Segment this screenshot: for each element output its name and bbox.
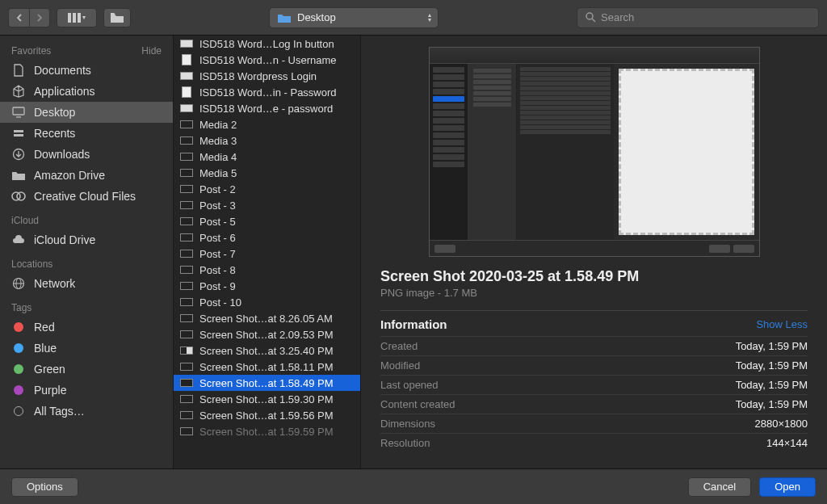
screenshot-icon — [180, 200, 193, 211]
open-button[interactable]: Open — [759, 477, 816, 497]
sidebar-item-network[interactable]: Network — [0, 273, 173, 294]
options-button[interactable]: Options — [11, 477, 78, 497]
file-row[interactable]: Post - 8 — [174, 262, 360, 278]
file-row[interactable]: Screen Shot…at 3.25.40 PM — [174, 342, 360, 359]
file-row[interactable]: Post - 3 — [174, 197, 360, 213]
file-row[interactable]: Media 5 — [174, 165, 360, 181]
file-row[interactable]: Media 3 — [174, 132, 360, 149]
sidebar: Favorites Hide DocumentsApplicationsDesk… — [0, 36, 174, 468]
file-row[interactable]: Screen Shot…at 1.59.59 PM — [174, 423, 360, 439]
sidebar-item-creative-cloud-files[interactable]: Creative Cloud Files — [0, 186, 173, 207]
show-less-button[interactable]: Show Less — [756, 318, 808, 330]
file-name: Media 2 — [199, 119, 237, 131]
file-row[interactable]: Screen Shot…at 1.59.56 PM — [174, 407, 360, 423]
file-name: Screen Shot…at 1.59.59 PM — [199, 426, 333, 438]
file-row[interactable]: ISD518 Wordpress Login — [174, 68, 360, 84]
file-name: Screen Shot…at 3.25.40 PM — [199, 345, 333, 357]
file-row[interactable]: ISD518 Word…in - Password — [174, 84, 360, 100]
path-popup[interactable]: Desktop — [269, 7, 439, 28]
file-name: Screen Shot…at 1.58.11 PM — [199, 361, 333, 373]
file-row[interactable]: ISD518 Word…Log In button — [174, 36, 360, 52]
sidebar-item-downloads[interactable]: Downloads — [0, 144, 173, 165]
icloud-label: iCloud — [11, 215, 39, 226]
preview-pane: Screen Shot 2020-03-25 at 1.58.49 PM PNG… — [361, 36, 827, 468]
sidebar-item-icloud-drive[interactable]: iCloud Drive — [0, 229, 173, 250]
sidebar-item-desktop[interactable]: Desktop — [0, 102, 173, 123]
file-name: Screen Shot…at 2.09.53 PM — [199, 329, 333, 341]
cancel-button[interactable]: Cancel — [688, 477, 751, 497]
tag-dot-icon — [11, 363, 26, 376]
file-name: ISD518 Word…e - password — [199, 103, 333, 115]
globe-icon — [11, 277, 26, 290]
screenshot-icon — [180, 410, 193, 421]
info-value: Today, 1:59 PM — [736, 398, 808, 410]
sidebar-item-applications[interactable]: Applications — [0, 81, 173, 102]
recents-icon — [11, 127, 26, 140]
file-row[interactable]: Media 2 — [174, 116, 360, 132]
info-label: Resolution — [380, 437, 430, 449]
sidebar-item-all-tags-[interactable]: All Tags… — [0, 401, 173, 422]
forward-button[interactable] — [29, 8, 50, 27]
file-row[interactable]: Screen Shot…at 1.58.49 PM — [174, 375, 360, 391]
preview-thumbnail — [429, 47, 760, 257]
hide-button[interactable]: Hide — [141, 45, 162, 57]
file-row[interactable]: Post - 2 — [174, 181, 360, 197]
chevron-right-icon — [36, 14, 43, 22]
file-row[interactable]: Media 4 — [174, 149, 360, 165]
screenshot-icon — [180, 345, 193, 356]
nav-group — [8, 8, 50, 27]
screenshot-icon — [180, 313, 193, 324]
document-icon — [180, 86, 193, 98]
file-row[interactable]: Screen Shot…at 1.59.30 PM — [174, 391, 360, 407]
sidebar-item-purple[interactable]: Purple — [0, 380, 173, 401]
sidebar-item-documents[interactable]: Documents — [0, 60, 173, 81]
file-row[interactable]: ISD518 Word…e - password — [174, 100, 360, 116]
columns-icon — [68, 13, 81, 23]
folder-icon — [11, 169, 26, 182]
sidebar-item-blue[interactable]: Blue — [0, 338, 173, 359]
view-mode-button[interactable]: ▾ — [57, 8, 97, 27]
sidebar-item-recents[interactable]: Recents — [0, 123, 173, 144]
preview-title: Screen Shot 2020-03-25 at 1.58.49 PM — [380, 268, 808, 285]
search-field[interactable]: Search — [577, 7, 819, 28]
screenshot-icon — [180, 135, 193, 146]
screenshot-icon — [180, 232, 193, 243]
screenshot-icon — [180, 296, 193, 308]
sidebar-item-label: Amazon Drive — [34, 169, 105, 182]
file-list[interactable]: ISD518 Word…Log In buttonISD518 Word…n -… — [174, 36, 361, 468]
sidebar-item-amazon-drive[interactable]: Amazon Drive — [0, 165, 173, 186]
info-value: 144×144 — [766, 437, 808, 449]
screenshot-icon — [180, 216, 193, 227]
file-row[interactable]: Screen Shot…at 2.09.53 PM — [174, 326, 360, 342]
info-heading: Information — [380, 317, 447, 331]
file-row[interactable]: Screen Shot…at 8.26.05 AM — [174, 310, 360, 326]
chevron-down-icon: ▾ — [82, 14, 86, 21]
file-name: Media 4 — [199, 151, 237, 163]
sidebar-item-label: iCloud Drive — [34, 233, 95, 246]
file-name: Post - 8 — [199, 264, 236, 276]
file-row[interactable]: ISD518 Word…n - Username — [174, 52, 360, 68]
screenshot-icon — [180, 280, 193, 292]
screenshot-icon — [180, 103, 193, 114]
info-row: CreatedToday, 1:59 PM — [380, 336, 808, 355]
back-button[interactable] — [8, 8, 29, 27]
desktop-icon — [11, 106, 26, 119]
file-name: Post - 6 — [199, 232, 236, 244]
folder-icon — [111, 13, 124, 23]
preview-subtitle: PNG image - 1.7 MB — [380, 287, 808, 299]
info-label: Content created — [380, 398, 455, 410]
file-name: Post - 3 — [199, 200, 236, 212]
file-row[interactable]: Post - 6 — [174, 229, 360, 246]
file-row[interactable]: Post - 7 — [174, 246, 360, 262]
sidebar-item-green[interactable]: Green — [0, 359, 173, 380]
group-button[interactable] — [103, 8, 131, 27]
svg-point-3 — [586, 13, 593, 19]
file-row[interactable]: Post - 5 — [174, 213, 360, 229]
file-row[interactable]: Post - 9 — [174, 278, 360, 294]
file-row[interactable]: Screen Shot…at 1.58.11 PM — [174, 359, 360, 375]
sidebar-item-label: Applications — [34, 85, 95, 98]
file-row[interactable]: Post - 10 — [174, 294, 360, 310]
sidebar-item-red[interactable]: Red — [0, 317, 173, 338]
info-row: ModifiedToday, 1:59 PM — [380, 355, 808, 375]
sidebar-item-label: Recents — [34, 127, 75, 140]
